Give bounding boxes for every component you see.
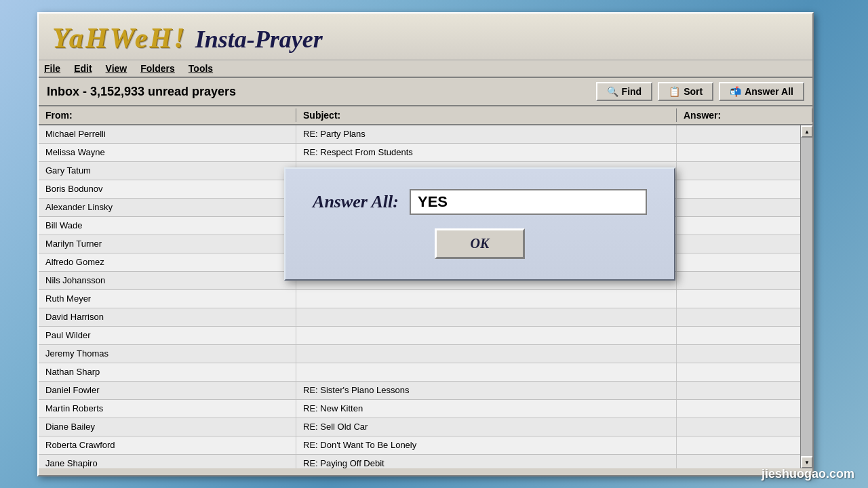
- answer-all-input[interactable]: [410, 189, 647, 215]
- main-window: YaHWeH! Insta-Prayer File Edit View Fold…: [37, 12, 814, 476]
- modal-overlay: Answer All: OK: [39, 14, 812, 475]
- modal-ok-button[interactable]: OK: [435, 228, 526, 259]
- answer-all-dialog: Answer All: OK: [284, 167, 675, 281]
- modal-label: Answer All:: [313, 192, 399, 212]
- modal-input-row: Answer All:: [313, 189, 647, 215]
